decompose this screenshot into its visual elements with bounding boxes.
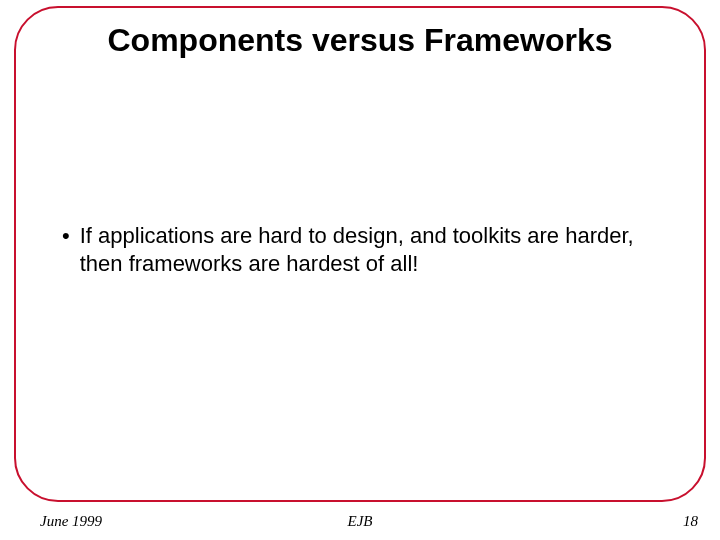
footer-center: EJB — [0, 513, 720, 530]
slide-title: Components versus Frameworks — [0, 22, 720, 59]
bullet-item: • If applications are hard to design, an… — [62, 222, 658, 277]
bullet-dot-icon: • — [62, 222, 70, 250]
footer-page-number: 18 — [683, 513, 698, 530]
slide-body: • If applications are hard to design, an… — [62, 222, 658, 277]
slide-footer: June 1999 EJB 18 — [0, 508, 720, 530]
slide: Components versus Frameworks • If applic… — [0, 0, 720, 540]
bullet-text: If applications are hard to design, and … — [80, 222, 658, 277]
